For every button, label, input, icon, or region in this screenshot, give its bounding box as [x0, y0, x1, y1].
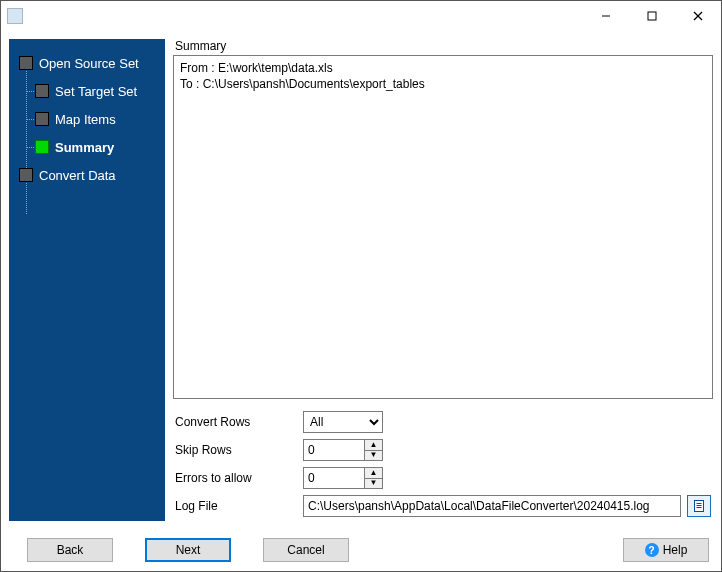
wizard-window: Open Source Set Set Target Set Map Items… [0, 0, 722, 572]
step-box-icon [35, 140, 49, 154]
maximize-button[interactable] [629, 1, 675, 31]
wizard-footer: Back Next Cancel ? Help [1, 529, 721, 571]
spin-down-icon[interactable]: ▼ [365, 451, 382, 461]
step-open-source[interactable]: Open Source Set [9, 49, 165, 77]
summary-textarea[interactable]: From : E:\work\temp\data.xls To : C:\Use… [173, 55, 713, 399]
browse-log-button[interactable] [687, 495, 711, 517]
section-title: Summary [173, 39, 713, 55]
svg-rect-1 [648, 12, 656, 20]
help-button[interactable]: ? Help [623, 538, 709, 562]
cancel-button[interactable]: Cancel [263, 538, 349, 562]
back-button[interactable]: Back [27, 538, 113, 562]
options-form: Convert Rows All Skip Rows ▲ ▼ [173, 399, 713, 521]
titlebar [1, 1, 721, 31]
close-button[interactable] [675, 1, 721, 31]
step-box-icon [19, 168, 33, 182]
convert-rows-label: Convert Rows [175, 415, 303, 429]
help-icon: ? [645, 543, 659, 557]
spin-down-icon[interactable]: ▼ [365, 479, 382, 489]
step-label: Convert Data [39, 168, 116, 183]
wizard-sidebar: Open Source Set Set Target Set Map Items… [9, 39, 165, 521]
skip-rows-input[interactable] [304, 440, 364, 460]
step-label: Open Source Set [39, 56, 139, 71]
spin-up-icon[interactable]: ▲ [365, 468, 382, 479]
window-controls [583, 1, 721, 31]
convert-rows-select[interactable]: All [303, 411, 383, 433]
step-map-items[interactable]: Map Items [9, 105, 165, 133]
spin-up-icon[interactable]: ▲ [365, 440, 382, 451]
step-set-target[interactable]: Set Target Set [9, 77, 165, 105]
skip-rows-label: Skip Rows [175, 443, 303, 457]
step-label: Summary [55, 140, 114, 155]
next-button[interactable]: Next [145, 538, 231, 562]
errors-allow-input[interactable] [304, 468, 364, 488]
skip-rows-spinner[interactable]: ▲ ▼ [303, 439, 383, 461]
step-label: Map Items [55, 112, 116, 127]
step-box-icon [19, 56, 33, 70]
minimize-button[interactable] [583, 1, 629, 31]
step-box-icon [35, 84, 49, 98]
step-box-icon [35, 112, 49, 126]
document-icon [692, 499, 706, 513]
step-summary[interactable]: Summary [9, 133, 165, 161]
log-file-label: Log File [175, 499, 303, 513]
step-convert-data[interactable]: Convert Data [9, 161, 165, 189]
log-file-input[interactable] [303, 495, 681, 517]
body: Open Source Set Set Target Set Map Items… [1, 31, 721, 529]
main-panel: Summary From : E:\work\temp\data.xls To … [173, 39, 713, 521]
app-icon [7, 8, 23, 24]
errors-allow-spinner[interactable]: ▲ ▼ [303, 467, 383, 489]
step-label: Set Target Set [55, 84, 137, 99]
errors-allow-label: Errors to allow [175, 471, 303, 485]
wizard-steps-tree: Open Source Set Set Target Set Map Items… [9, 39, 165, 189]
